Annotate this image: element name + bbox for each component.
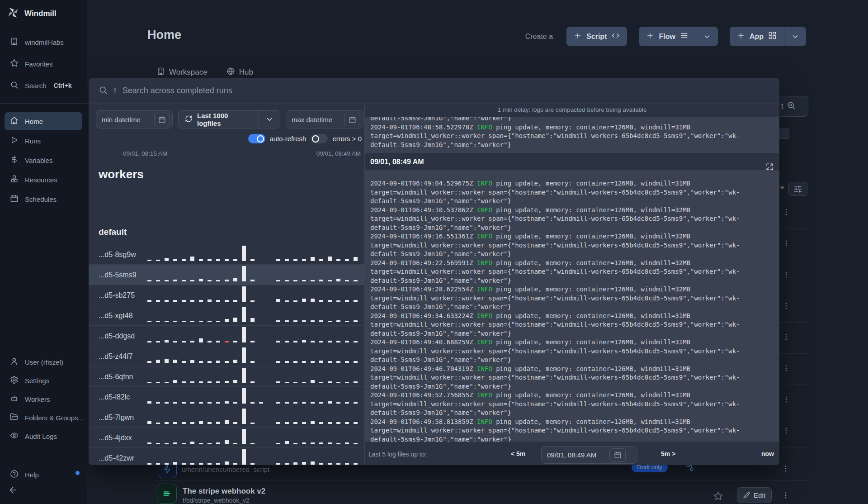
windmill-logo-icon bbox=[6, 6, 20, 21]
worker-row-d5-sb275[interactable]: ...d5-sb275 bbox=[89, 285, 364, 305]
worker-row-d5-6qfnn[interactable]: ...d5-6qfnn bbox=[89, 366, 364, 387]
grid-icon bbox=[768, 31, 777, 42]
now-button[interactable]: now bbox=[761, 450, 774, 457]
sidebar-item-help[interactable]: Help bbox=[0, 466, 87, 484]
footer-datetime-field[interactable] bbox=[541, 446, 637, 464]
previous-5m-button[interactable]: < 5m bbox=[511, 450, 525, 457]
auto-refresh-label: auto-refresh bbox=[270, 135, 307, 143]
chevron-down-icon[interactable] bbox=[259, 111, 280, 128]
footer-datetime-input[interactable] bbox=[547, 451, 606, 459]
chevron-down-icon[interactable] bbox=[784, 27, 806, 46]
log-entry: 2024-09-01T06:49:16.551361Z INFO ping up… bbox=[370, 232, 774, 259]
building-icon bbox=[10, 37, 19, 47]
search-fragment-text: t bbox=[781, 102, 783, 110]
auto-refresh-toggle[interactable] bbox=[248, 134, 265, 143]
create-buttons: Script Flow App bbox=[566, 27, 806, 46]
table-row[interactable] bbox=[779, 291, 807, 323]
calendar-icon bbox=[10, 194, 19, 204]
table-row[interactable] bbox=[779, 354, 807, 385]
sidebar-help-mount: Help bbox=[0, 466, 87, 484]
row-kebab-menu[interactable] bbox=[782, 491, 790, 502]
sidebar-item-runs[interactable]: Runs bbox=[0, 132, 87, 150]
worker-activity-sparkline bbox=[147, 408, 362, 424]
runs-search-input-fragment[interactable]: t bbox=[779, 96, 808, 117]
table-row[interactable] bbox=[779, 260, 807, 291]
kebab-menu-icon[interactable] bbox=[782, 426, 790, 437]
sidebar-item-search[interactable]: Search Ctrl+k bbox=[0, 76, 87, 95]
chevron-down-icon[interactable] bbox=[696, 27, 718, 46]
kebab-menu-icon[interactable] bbox=[782, 333, 790, 343]
brand[interactable]: Windmill bbox=[0, 0, 87, 27]
worker-activity-sparkline bbox=[147, 428, 362, 444]
kebab-menu-icon[interactable] bbox=[782, 239, 790, 250]
worker-row-d5-42zwr[interactable]: ...d5-42zwr bbox=[89, 448, 364, 465]
max-datetime-input[interactable] bbox=[292, 116, 340, 124]
brand-title: Windmill bbox=[24, 9, 57, 18]
search-input[interactable] bbox=[123, 86, 769, 95]
filter-settings-button[interactable] bbox=[788, 182, 807, 196]
kebab-menu-icon[interactable] bbox=[782, 395, 790, 406]
max-datetime-field[interactable] bbox=[286, 110, 363, 128]
sidebar-item-variables[interactable]: Variables bbox=[0, 151, 87, 169]
favorite-star-icon[interactable] bbox=[713, 491, 723, 503]
log-entry: 2024-09-01T06:49:46.704319Z INFO ping up… bbox=[370, 365, 774, 391]
flow-create-button[interactable]: Flow bbox=[639, 27, 717, 46]
next-5m-button[interactable]: 5m > bbox=[661, 450, 675, 457]
worker-row-d5-8sg9w[interactable]: ...d5-8sg9w bbox=[89, 244, 364, 265]
table-row[interactable] bbox=[779, 229, 807, 260]
sparkle-icon: ✳ bbox=[780, 185, 784, 191]
sidebar-item-home[interactable]: Home bbox=[5, 112, 82, 130]
table-row[interactable] bbox=[779, 323, 807, 354]
worker-row-d5-z44f7[interactable]: ...d5-z44f7 bbox=[89, 346, 364, 366]
script-create-button[interactable]: Script bbox=[566, 27, 627, 46]
sidebar-item-favorites[interactable]: Favorites bbox=[0, 55, 87, 73]
kebab-menu-icon[interactable] bbox=[782, 270, 790, 281]
table-row[interactable] bbox=[779, 416, 807, 447]
sidebar-item-folders-groups[interactable]: Folders & Groups... bbox=[0, 409, 87, 427]
log-entry: 2024-09-01T06:49:40.688259Z INFO ping up… bbox=[370, 338, 774, 365]
edit-button[interactable]: Edit bbox=[737, 487, 772, 503]
sidebar-item-windmill-labs[interactable]: windmill-labs bbox=[0, 33, 87, 51]
calendar-icon[interactable] bbox=[609, 448, 626, 462]
tab-workspace[interactable]: Workspace bbox=[156, 67, 208, 78]
log-block-current[interactable]: 2024-09-01T06:49:04.529675Z INFO ping up… bbox=[365, 170, 779, 442]
sidebar-item-audit-logs[interactable]: Audit Logs bbox=[0, 427, 87, 445]
min-datetime-input[interactable] bbox=[102, 116, 151, 124]
collapse-sidebar-button[interactable] bbox=[8, 485, 18, 497]
sidebar-item-user-rfiszel[interactable]: User (rfiszel) bbox=[0, 353, 87, 371]
log-entries-current: 2024-09-01T06:49:04.529675Z INFO ping up… bbox=[370, 179, 774, 442]
time-range-row: 09/01, 08:15 AM 09/01, 08:49 AM bbox=[89, 150, 364, 157]
row-kebab-menu[interactable] bbox=[782, 464, 790, 475]
notification-dot bbox=[75, 471, 80, 475]
log-entry: 2024-09-01T06:49:28.622554Z INFO ping up… bbox=[370, 285, 774, 312]
sidebar-item-settings[interactable]: Settings bbox=[0, 371, 87, 390]
worker-row-d5-7lgwn[interactable]: ...d5-7lgwn bbox=[89, 407, 364, 428]
calendar-icon[interactable] bbox=[344, 113, 360, 126]
sidebar-item-workers[interactable]: Workers bbox=[0, 390, 87, 408]
kebab-menu-icon[interactable] bbox=[782, 301, 790, 312]
app-create-button[interactable]: App bbox=[730, 27, 806, 46]
refresh-icon bbox=[185, 115, 193, 124]
worker-row-d5-l82lc[interactable]: ...d5-l82lc bbox=[89, 387, 364, 407]
logfiles-selector[interactable]: Last 1000 logfiles bbox=[178, 110, 280, 128]
worker-row-d5-xgt48[interactable]: ...d5-xgt48 bbox=[89, 305, 364, 326]
tab-hub[interactable]: Hub bbox=[226, 67, 253, 78]
building-icon bbox=[156, 67, 165, 78]
worker-row-d5-4jdxx[interactable]: ...d5-4jdxx bbox=[89, 428, 364, 448]
kebab-menu-icon[interactable] bbox=[782, 364, 790, 375]
sidebar-item-schedules[interactable]: Schedules bbox=[0, 190, 87, 208]
sidebar-item-resources[interactable]: Resources bbox=[0, 171, 87, 189]
table-row[interactable] bbox=[779, 385, 807, 416]
home-icon bbox=[10, 116, 19, 126]
kebab-menu-icon[interactable] bbox=[782, 208, 790, 219]
row-divider bbox=[154, 480, 807, 481]
log-block-previous[interactable]: default-5sms9-Jmn1G","name":"worker"} 20… bbox=[365, 117, 779, 153]
worker-row-d5-ddgsd[interactable]: ...d5-ddgsd bbox=[89, 326, 364, 346]
min-datetime-field[interactable] bbox=[96, 110, 173, 128]
errors-toggle[interactable] bbox=[311, 134, 328, 143]
calendar-icon[interactable] bbox=[154, 113, 170, 126]
item-title: The stripe webhook v2 bbox=[183, 487, 265, 496]
workers-panel: Last 1000 logfiles auto-refresh errors >… bbox=[89, 104, 364, 465]
table-row[interactable] bbox=[779, 198, 807, 229]
worker-row-d5-5sms9[interactable]: ...d5-5sms9 bbox=[89, 265, 364, 285]
